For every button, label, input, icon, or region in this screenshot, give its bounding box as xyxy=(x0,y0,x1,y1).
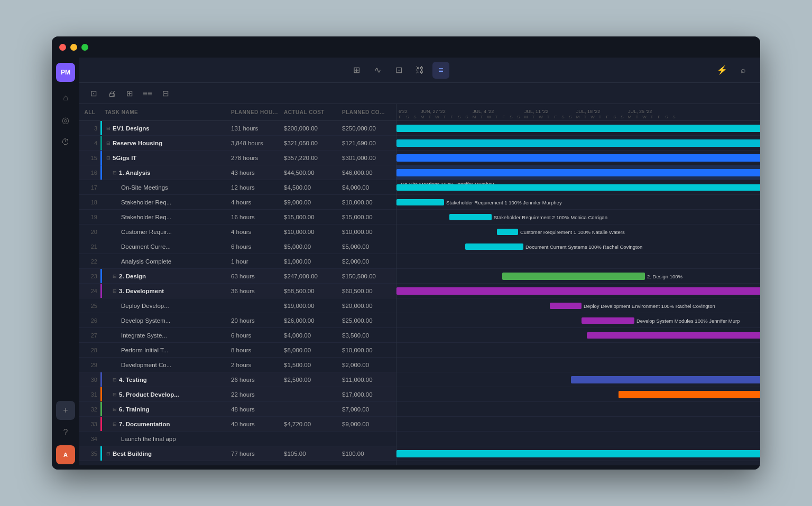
table-row[interactable]: 28 Perform Initial T... 8 hours $8,000.0… xyxy=(79,343,396,358)
date-label: JUL, 4 '22 xyxy=(470,108,496,115)
row-num: 20 xyxy=(79,229,100,235)
row-hours: 6 hours xyxy=(227,332,280,339)
table-row[interactable]: 23 ⊟ 2. Design 63 hours $247,000.00 $150… xyxy=(79,269,396,284)
gantt-row xyxy=(396,254,760,269)
day-cell: T xyxy=(648,115,656,119)
table-row[interactable]: 30 ⊟ 4. Testing 26 hours $2,500.00 $11,0… xyxy=(79,372,396,387)
gantt-bar xyxy=(449,214,492,220)
expand-icon[interactable]: ⊟ xyxy=(106,451,110,456)
filter-right-icon[interactable]: ⚡ xyxy=(714,62,731,79)
row-planned-cost: $301,000.00 xyxy=(338,155,396,161)
view-grid-icon[interactable]: ⊡ xyxy=(86,86,102,101)
user-icon[interactable]: A xyxy=(56,445,75,464)
notifications-icon[interactable]: ◎ xyxy=(56,110,75,129)
table-row[interactable]: 35 ⊟ Best Building 77 hours $105.00 $100… xyxy=(79,446,396,461)
expand-icon[interactable]: ⊟ xyxy=(106,126,110,131)
row-planned-cost: $7,000.00 xyxy=(338,406,396,413)
gantt-row: Develop System Modules 100% Jennifer Mur… xyxy=(396,313,760,328)
row-num: 19 xyxy=(79,214,100,220)
app-body: PM ⌂ ◎ ⏱ + ? A ⊞ ∿ ⊡ ⛓ ≡ ⚡ ⌕ xyxy=(52,58,760,470)
table-header: ALL TASK NAME PLANNED HOU... ACTUAL COST… xyxy=(79,104,396,121)
table-row[interactable]: 33 ⊟ 7. Documentation 40 hours $4,720.00… xyxy=(79,417,396,432)
row-planned-cost: $46,000.00 xyxy=(338,170,396,176)
row-actual-cost: $19,000.00 xyxy=(280,303,338,309)
table-row[interactable]: 22 Analysis Complete 1 hour $1,000.00 $2… xyxy=(79,254,396,269)
row-hours: 12 hours xyxy=(227,184,280,191)
maximize-button[interactable] xyxy=(81,44,88,51)
expand-icon[interactable]: ⊟ xyxy=(113,377,117,382)
table-row[interactable]: 31 ⊟ 5. Product Develop... 22 hours $17,… xyxy=(79,387,396,402)
horizontal-scrollbar[interactable] xyxy=(79,465,760,470)
expand-icon[interactable]: ⊟ xyxy=(113,421,117,427)
row-num: 28 xyxy=(79,347,100,353)
table-row[interactable]: 4 ⊟ Reserve Housing 3,848 hours $321,050… xyxy=(79,136,396,151)
date-label: JUL, 18 '22 xyxy=(574,108,602,115)
table-row[interactable]: 21 Document Curre... 6 hours $5,000.00 $… xyxy=(79,239,396,254)
row-num: 18 xyxy=(79,199,100,205)
day-cell: F xyxy=(500,115,508,119)
row-num: 22 xyxy=(79,258,100,265)
gantt-bar xyxy=(502,273,645,280)
chart-view-icon[interactable]: ∿ xyxy=(369,62,386,79)
row-planned-cost: $2,000.00 xyxy=(338,258,396,265)
view-table-icon[interactable]: ⊞ xyxy=(122,86,137,101)
clock-icon[interactable]: ⏱ xyxy=(56,133,75,152)
table-row[interactable]: 26 Develop System... 20 hours $26,000.00… xyxy=(79,313,396,328)
view-print-icon[interactable]: 🖨 xyxy=(104,86,119,101)
table-row[interactable]: 29 Development Co... 2 hours $1,500.00 $… xyxy=(79,358,396,372)
gantt-bar xyxy=(396,169,760,176)
close-button[interactable] xyxy=(59,44,66,51)
row-actual-cost: $4,500.00 xyxy=(280,184,338,191)
table-row[interactable]: 34 Launch the final app xyxy=(79,432,396,446)
filter-view-icon[interactable]: ⊞ xyxy=(348,62,365,79)
table-row[interactable]: 32 ⊟ 6. Training 48 hours $7,000.00 xyxy=(79,402,396,417)
table-row[interactable]: 27 Integrate Syste... 6 hours $4,000.00 … xyxy=(79,328,396,343)
gantt-bar xyxy=(550,303,582,309)
link-view-icon[interactable]: ⛓ xyxy=(411,62,428,79)
row-name: Launch the final app xyxy=(102,436,227,442)
row-planned-cost: $10,000.00 xyxy=(338,229,396,235)
home-icon[interactable]: ⌂ xyxy=(56,88,75,107)
table-row[interactable]: 20 Customer Requir... 4 hours $10,000.00… xyxy=(79,224,396,239)
table-row[interactable]: 3 ⊟ EV1 Designs 131 hours $200,000.00 $2… xyxy=(79,121,396,136)
row-hours: 63 hours xyxy=(227,273,280,279)
row-num: 34 xyxy=(79,436,100,442)
help-icon[interactable]: ? xyxy=(56,423,75,442)
row-name: Stakeholder Req... xyxy=(102,199,227,205)
expand-icon[interactable]: ⊟ xyxy=(106,140,110,146)
day-cell: F xyxy=(448,115,456,119)
row-num: 30 xyxy=(79,377,100,383)
row-task-name: Integrate Syste... xyxy=(121,332,167,339)
logo-icon[interactable]: PM xyxy=(56,63,75,82)
row-num: 27 xyxy=(79,332,100,339)
minimize-button[interactable] xyxy=(70,44,77,51)
table-row[interactable]: 16 ⊟ 1. Analysis 43 hours $44,500.00 $46… xyxy=(79,165,396,180)
table-row[interactable]: 15 ⊟ 5Gigs IT 278 hours $357,220.00 $301… xyxy=(79,151,396,165)
view-filter-icon[interactable]: ≡≡ xyxy=(140,86,155,101)
expand-icon[interactable]: ⊟ xyxy=(113,407,117,412)
gantt-row xyxy=(396,151,760,165)
row-name: Analysis Complete xyxy=(102,258,227,265)
clipboard-view-icon[interactable]: ⊡ xyxy=(390,62,407,79)
day-cell: T xyxy=(478,115,485,119)
day-cell: M xyxy=(522,115,530,119)
expand-icon[interactable]: ⊟ xyxy=(113,392,117,397)
table-row[interactable]: 24 ⊟ 3. Development 36 hours $58,500.00 … xyxy=(79,284,396,298)
expand-icon[interactable]: ⊟ xyxy=(113,170,117,175)
table-row[interactable]: 17 On-Site Meetings 12 hours $4,500.00 $… xyxy=(79,180,396,195)
gantt-row: Stakeholder Requirement 2 100% Monica Co… xyxy=(396,210,760,224)
search-icon[interactable]: ⌕ xyxy=(735,62,752,79)
gantt-row xyxy=(396,358,760,372)
view-list-icon[interactable]: ⊟ xyxy=(158,86,173,101)
table-row[interactable]: 19 Stakeholder Req... 16 hours $15,000.0… xyxy=(79,210,396,224)
table-row[interactable]: 25 Deploy Develop... $19,000.00 $20,000.… xyxy=(79,298,396,313)
expand-icon[interactable]: ⊟ xyxy=(113,274,117,279)
row-planned-cost: $60,500.00 xyxy=(338,288,396,294)
gantt-bar xyxy=(497,229,518,235)
add-icon[interactable]: + xyxy=(56,401,75,420)
day-cell: S xyxy=(619,115,626,119)
gantt-view-icon[interactable]: ≡ xyxy=(432,62,449,79)
table-row[interactable]: 18 Stakeholder Req... 4 hours $9,000.00 … xyxy=(79,195,396,210)
expand-icon[interactable]: ⊟ xyxy=(106,155,110,161)
expand-icon[interactable]: ⊟ xyxy=(113,288,117,294)
